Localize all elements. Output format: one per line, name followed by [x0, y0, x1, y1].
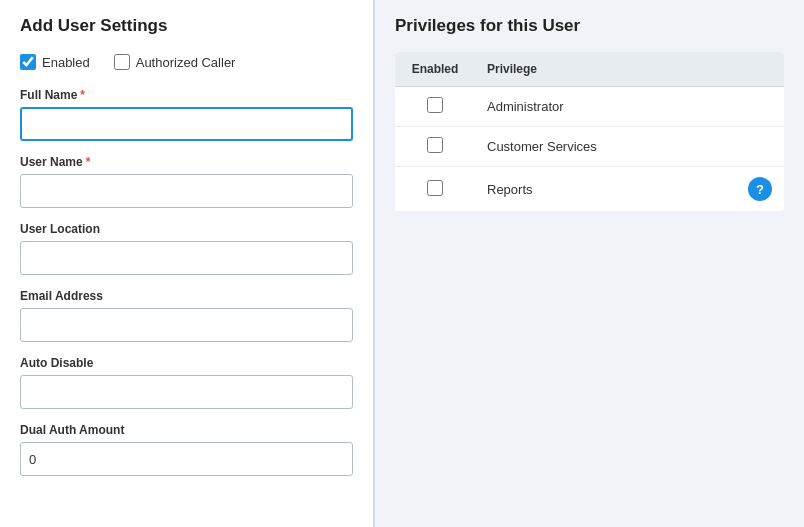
customer-services-name-cell: Customer Services [475, 127, 784, 167]
user-location-input[interactable] [20, 241, 353, 275]
reports-checkbox[interactable] [427, 180, 443, 196]
table-row: Customer Services [395, 127, 784, 167]
right-panel: Privileges for this User Enabled Privile… [375, 0, 804, 527]
dual-auth-amount-label: Dual Auth Amount [20, 423, 353, 437]
administrator-checkbox[interactable] [427, 97, 443, 113]
reports-help-icon[interactable]: ? [748, 177, 772, 201]
table-row: Administrator [395, 87, 784, 127]
customer-services-checkbox[interactable] [427, 137, 443, 153]
left-panel-title: Add User Settings [20, 16, 353, 36]
email-address-input[interactable] [20, 308, 353, 342]
privileges-table: Enabled Privilege Administrator [395, 52, 784, 211]
table-header-row: Enabled Privilege [395, 52, 784, 87]
reports-name-container: Reports ? [487, 177, 772, 201]
left-panel: Add User Settings Enabled Authorized Cal… [0, 0, 375, 527]
reports-name-cell: Reports ? [475, 167, 784, 212]
administrator-enabled-cell [395, 87, 475, 127]
full-name-input[interactable] [20, 107, 353, 141]
full-name-label: Full Name * [20, 88, 353, 102]
reports-label: Reports [487, 182, 533, 197]
right-panel-title: Privileges for this User [395, 16, 784, 36]
authorized-caller-label[interactable]: Authorized Caller [136, 55, 236, 70]
auto-disable-label: Auto Disable [20, 356, 353, 370]
col-header-privilege: Privilege [475, 52, 784, 87]
dual-auth-amount-input[interactable] [20, 442, 353, 476]
enabled-checkbox-item[interactable]: Enabled [20, 54, 90, 70]
administrator-label: Administrator [487, 99, 564, 114]
email-address-label: Email Address [20, 289, 353, 303]
full-name-group: Full Name * [20, 88, 353, 141]
user-name-label: User Name * [20, 155, 353, 169]
user-location-label: User Location [20, 222, 353, 236]
enabled-checkbox[interactable] [20, 54, 36, 70]
administrator-name-cell: Administrator [475, 87, 784, 127]
auto-disable-input[interactable] [20, 375, 353, 409]
customer-services-label: Customer Services [487, 139, 597, 154]
table-row: Reports ? [395, 167, 784, 212]
enabled-label[interactable]: Enabled [42, 55, 90, 70]
auto-disable-group: Auto Disable [20, 356, 353, 409]
user-name-group: User Name * [20, 155, 353, 208]
authorized-caller-checkbox[interactable] [114, 54, 130, 70]
main-container: Add User Settings Enabled Authorized Cal… [0, 0, 804, 527]
dual-auth-amount-group: Dual Auth Amount [20, 423, 353, 476]
user-name-required: * [86, 155, 91, 169]
user-location-group: User Location [20, 222, 353, 275]
email-address-group: Email Address [20, 289, 353, 342]
reports-enabled-cell [395, 167, 475, 212]
user-name-input[interactable] [20, 174, 353, 208]
top-checkboxes: Enabled Authorized Caller [20, 54, 353, 70]
col-header-enabled: Enabled [395, 52, 475, 87]
authorized-caller-checkbox-item[interactable]: Authorized Caller [114, 54, 236, 70]
full-name-required: * [80, 88, 85, 102]
customer-services-enabled-cell [395, 127, 475, 167]
